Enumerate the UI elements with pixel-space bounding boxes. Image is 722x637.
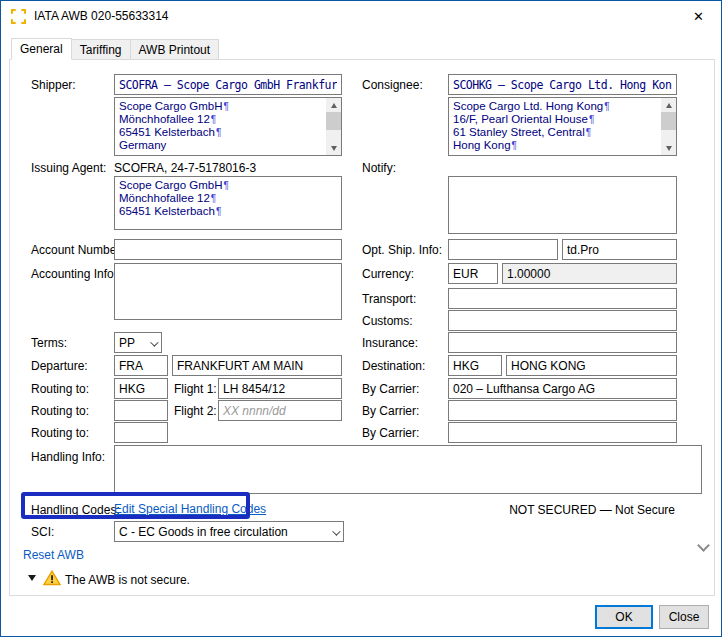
title-bar: IATA AWB 020-55633314 ✕ <box>1 1 721 32</box>
departure-label: Departure: <box>31 359 88 373</box>
routing2-code-input[interactable] <box>114 400 168 421</box>
paragraph-mark: ¶ <box>604 101 609 112</box>
scroll-down-icon[interactable] <box>661 141 676 155</box>
consignee-code-input[interactable] <box>448 74 677 95</box>
handling-codes-label: Handling Codes: <box>31 503 120 517</box>
scroll-up-icon[interactable] <box>326 98 341 112</box>
shipper-label: Shipper: <box>31 78 76 92</box>
shipper-address-scrollbar[interactable] <box>326 98 341 155</box>
close-icon[interactable]: ✕ <box>676 1 721 31</box>
consignee-label: Consignee: <box>362 78 423 92</box>
routing1-code-input[interactable] <box>114 378 168 399</box>
account-number-input[interactable] <box>114 239 342 260</box>
scrollbar-thumb[interactable] <box>661 112 676 130</box>
address-line: 16/F, Pearl Oriental House¶ <box>453 113 657 126</box>
routing3-label: Routing to: <box>31 426 89 440</box>
close-button[interactable]: Close <box>659 605 709 629</box>
paragraph-mark: ¶ <box>216 206 221 217</box>
scroll-down-icon[interactable] <box>326 141 341 155</box>
account-number-label: Account Number: <box>31 243 124 257</box>
flight1-input[interactable] <box>218 378 342 399</box>
accounting-info-label: Accounting Info: <box>31 267 117 281</box>
address-line: Hong Kong¶ <box>453 139 657 152</box>
routing2-label: Routing to: <box>31 404 89 418</box>
paragraph-mark: ¶ <box>211 193 216 204</box>
opt-ship-info-input[interactable] <box>448 239 558 260</box>
shipper-code-input[interactable] <box>114 74 342 95</box>
ok-button[interactable]: OK <box>595 605 653 629</box>
by-carrier2-label: By Carrier: <box>362 404 419 418</box>
destination-label: Destination: <box>362 359 425 373</box>
sci-label: SCI: <box>31 525 54 539</box>
sci-dropdown[interactable]: C - EC Goods in free circulation <box>114 521 344 542</box>
departure-code-input[interactable] <box>114 355 168 376</box>
reset-awb-link[interactable]: Reset AWB <box>23 548 84 562</box>
currency-code-input[interactable] <box>448 263 498 284</box>
scrollbar-thumb[interactable] <box>326 112 341 130</box>
routing1-label: Routing to: <box>31 382 89 396</box>
tab-general[interactable]: General <box>11 38 72 60</box>
flight2-input[interactable] <box>218 400 342 421</box>
flight2-label: Flight 2: <box>174 404 217 418</box>
consignee-address-scrollbar[interactable] <box>661 98 676 155</box>
address-line: Mönchhofallee 12¶ <box>119 192 337 205</box>
by-carrier1-label: By Carrier: <box>362 382 419 396</box>
transport-label: Transport: <box>362 292 416 306</box>
terms-value: PP <box>119 336 135 350</box>
warning-message: The AWB is not secure. <box>65 573 190 587</box>
terms-label: Terms: <box>31 336 67 350</box>
customs-label: Customs: <box>362 314 413 328</box>
edit-special-handling-codes-link[interactable]: Edit Special Handling Codes <box>114 502 266 516</box>
opt-ship-info-label: Opt. Ship. Info: <box>362 243 442 257</box>
issuing-agent-address-textarea[interactable]: Scope Cargo GmbH¶Mönchhofallee 12¶65451 … <box>114 176 342 230</box>
notify-label: Notify: <box>362 161 396 175</box>
by-carrier2-input[interactable] <box>448 400 677 421</box>
tab-tariffing[interactable]: Tariffing <box>71 39 131 60</box>
issuing-agent-label: Issuing Agent: <box>31 161 106 175</box>
handling-info-label: Handling Info: <box>31 450 105 464</box>
notify-textarea[interactable] <box>448 176 677 234</box>
paragraph-mark: ¶ <box>224 101 229 112</box>
address-line: 65451 Kelsterbach¶ <box>119 205 337 218</box>
address-line: 65451 Kelsterbach¶ <box>119 126 322 139</box>
insurance-label: Insurance: <box>362 336 418 350</box>
scroll-up-icon[interactable] <box>661 98 676 112</box>
transport-input[interactable] <box>448 288 677 309</box>
address-line: Mönchhofallee 12¶ <box>119 113 322 126</box>
customs-input[interactable] <box>448 310 677 331</box>
td-pro-input[interactable] <box>562 239 677 260</box>
awb-dialog: IATA AWB 020-55633314 ✕ General Tariffin… <box>0 0 722 637</box>
currency-label: Currency: <box>362 267 414 281</box>
terms-dropdown[interactable]: PP <box>114 332 162 353</box>
sci-value: C - EC Goods in free circulation <box>119 525 288 539</box>
by-carrier3-label: By Carrier: <box>362 426 419 440</box>
chevron-down-icon <box>332 527 340 535</box>
paragraph-mark: ¶ <box>216 127 221 138</box>
chevron-down-icon <box>150 338 158 346</box>
destination-code-input[interactable] <box>448 355 502 376</box>
insurance-input[interactable] <box>448 332 677 353</box>
security-status: NOT SECURED — Not Secure <box>509 503 675 517</box>
handling-info-textarea[interactable] <box>114 445 702 494</box>
flight1-label: Flight 1: <box>174 382 217 396</box>
by-carrier3-input[interactable] <box>448 422 677 443</box>
issuing-agent-account: SCOFRA, 24-7-5178016-3 <box>114 161 256 175</box>
tab-awb-printout[interactable]: AWB Printout <box>130 39 220 60</box>
paragraph-mark: ¶ <box>586 127 591 138</box>
address-line: 61 Stanley Street, Central¶ <box>453 126 657 139</box>
destination-name-input[interactable] <box>506 355 677 376</box>
warning-icon <box>43 570 61 586</box>
currency-rate-field <box>502 263 677 284</box>
address-line: Scope Cargo GmbH¶ <box>119 100 322 113</box>
shipper-address-textarea[interactable]: Scope Cargo GmbH¶Mönchhofallee 12¶65451 … <box>114 97 342 156</box>
consignee-address-textarea[interactable]: Scope Cargo Ltd. Hong Kong¶16/F, Pearl O… <box>448 97 677 156</box>
paragraph-mark: ¶ <box>512 140 517 151</box>
routing3-code-input[interactable] <box>114 422 168 443</box>
departure-name-input[interactable] <box>172 355 342 376</box>
paragraph-mark: ¶ <box>211 114 216 125</box>
address-line: Scope Cargo Ltd. Hong Kong¶ <box>453 100 657 113</box>
window-title: IATA AWB 020-55633314 <box>34 9 169 23</box>
expander-icon[interactable] <box>28 575 36 581</box>
by-carrier1-input[interactable] <box>448 378 677 399</box>
accounting-info-textarea[interactable] <box>114 263 342 320</box>
